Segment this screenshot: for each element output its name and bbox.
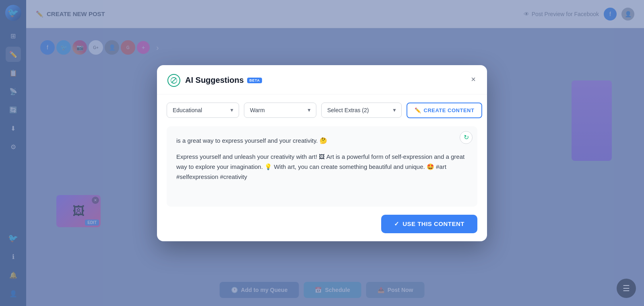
modal-close-button[interactable]: × — [468, 74, 479, 85]
beta-badge: BETA — [247, 78, 262, 83]
content-paragraph-2: Express yourself and unleash your creati… — [176, 152, 468, 182]
extras-select[interactable]: Select Extras (2) Hashtags Emojis Call t… — [321, 103, 402, 118]
extras-dropdown[interactable]: Select Extras (2) Hashtags Emojis Call t… — [321, 103, 402, 118]
tone-dropdown[interactable]: Educational Inspirational Funny Promotio… — [167, 103, 239, 118]
refresh-icon: ↻ — [464, 133, 469, 141]
ai-icon — [167, 73, 181, 88]
use-content-button[interactable]: ✓ USE THIS CONTENT — [381, 215, 477, 233]
refresh-button[interactable]: ↻ — [460, 131, 473, 144]
ai-generated-content: is a great way to express yourself and y… — [176, 136, 468, 182]
create-content-icon: ✏️ — [415, 107, 421, 113]
warmth-dropdown[interactable]: Warm Cool Neutral ▼ — [244, 103, 316, 118]
modal-footer: ✓ USE THIS CONTENT — [157, 207, 487, 241]
create-content-button[interactable]: ✏️ CREATE CONTENT — [407, 103, 482, 118]
ai-content-area: ↻ is a great way to express yourself and… — [167, 126, 477, 207]
checkmark-icon: ✓ — [394, 220, 400, 228]
content-paragraph-1: is a great way to express yourself and y… — [176, 136, 468, 146]
tone-select[interactable]: Educational Inspirational Funny Promotio… — [167, 103, 239, 118]
modal-controls: Educational Inspirational Funny Promotio… — [157, 94, 487, 126]
warmth-select[interactable]: Warm Cool Neutral — [244, 103, 316, 118]
modal-title: AI Suggestions — [185, 76, 244, 85]
ai-suggestions-modal: AI Suggestions BETA × Educational Inspir… — [157, 65, 487, 241]
modal-header: AI Suggestions BETA × — [157, 65, 487, 94]
